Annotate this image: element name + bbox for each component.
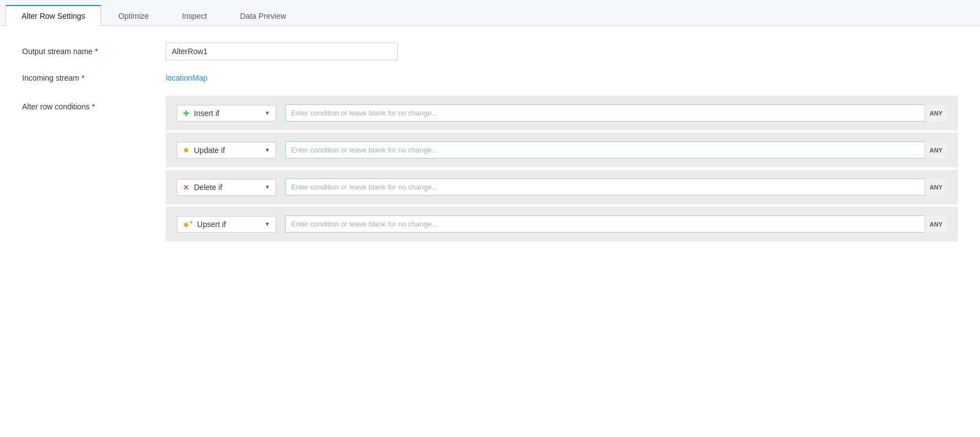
incoming-stream-link[interactable]: locationMap	[166, 73, 208, 82]
delete-icon: ✕	[183, 183, 189, 191]
main-content: Output stream name* Incoming stream* loc…	[0, 26, 980, 437]
delete-dropdown-arrow: ▼	[265, 184, 270, 190]
alter-conditions-label: Alter row conditions*	[22, 96, 166, 111]
conditions-list: ✚ Insert if ▼ ANY ✸ Update if ▼	[166, 96, 958, 244]
incoming-stream-label: Incoming stream*	[22, 73, 166, 82]
delete-any-badge: ANY	[925, 178, 947, 196]
tab-optimize[interactable]: Optimize	[102, 6, 165, 26]
condition-row-update: ✸ Update if ▼ ANY	[166, 133, 958, 167]
update-if-dropdown[interactable]: ✸ Update if ▼	[177, 142, 276, 159]
delete-if-label: Delete if	[194, 183, 222, 192]
delete-if-dropdown[interactable]: ✕ Delete if ▼	[177, 179, 276, 196]
upsert-any-badge: ANY	[925, 215, 947, 233]
incoming-stream-row: Incoming stream* locationMap	[22, 73, 958, 82]
output-stream-input[interactable]	[166, 43, 398, 60]
tab-bar: Alter Row Settings Optimize Inspect Data…	[0, 0, 980, 26]
condition-row-delete: ✕ Delete if ▼ ANY	[166, 170, 958, 204]
required-star-output: *	[95, 47, 98, 56]
upsert-if-dropdown[interactable]: ✸+ Upsert if ▼	[177, 216, 276, 233]
upsert-condition-input[interactable]	[285, 215, 947, 233]
update-if-label: Update if	[194, 146, 225, 155]
update-icon: ✸	[183, 146, 189, 154]
condition-row-upsert: ✸+ Upsert if ▼ ANY	[166, 207, 958, 241]
insert-condition-input-wrap: ANY	[285, 104, 947, 122]
insert-if-label: Insert if	[194, 109, 219, 118]
upsert-if-label: Upsert if	[197, 220, 226, 229]
update-dropdown-arrow: ▼	[265, 147, 270, 153]
insert-icon: ✚	[183, 109, 189, 117]
update-condition-input-wrap: ANY	[285, 141, 947, 159]
tab-data-preview[interactable]: Data Preview	[224, 6, 302, 26]
upsert-icon: ✸+	[183, 220, 193, 229]
insert-if-dropdown[interactable]: ✚ Insert if ▼	[177, 105, 276, 122]
required-star-conditions: *	[92, 102, 94, 111]
update-any-badge: ANY	[925, 141, 947, 159]
insert-condition-input[interactable]	[285, 104, 947, 122]
update-condition-input[interactable]	[285, 141, 947, 159]
main-window: Alter Row Settings Optimize Inspect Data…	[0, 0, 980, 437]
alter-conditions-section: Alter row conditions* ✚ Insert if ▼ ANY	[22, 96, 958, 244]
delete-condition-input[interactable]	[285, 178, 947, 196]
tab-alter-row-settings[interactable]: Alter Row Settings	[6, 5, 101, 26]
delete-condition-input-wrap: ANY	[285, 178, 947, 196]
tab-inspect[interactable]: Inspect	[166, 6, 223, 26]
condition-row-insert: ✚ Insert if ▼ ANY	[166, 96, 958, 130]
output-stream-label: Output stream name*	[22, 47, 166, 56]
required-star-incoming: *	[81, 73, 84, 82]
insert-dropdown-arrow: ▼	[265, 110, 270, 116]
upsert-dropdown-arrow: ▼	[265, 221, 270, 227]
output-stream-row: Output stream name*	[22, 43, 958, 60]
insert-any-badge: ANY	[925, 104, 947, 122]
upsert-condition-input-wrap: ANY	[285, 215, 947, 233]
